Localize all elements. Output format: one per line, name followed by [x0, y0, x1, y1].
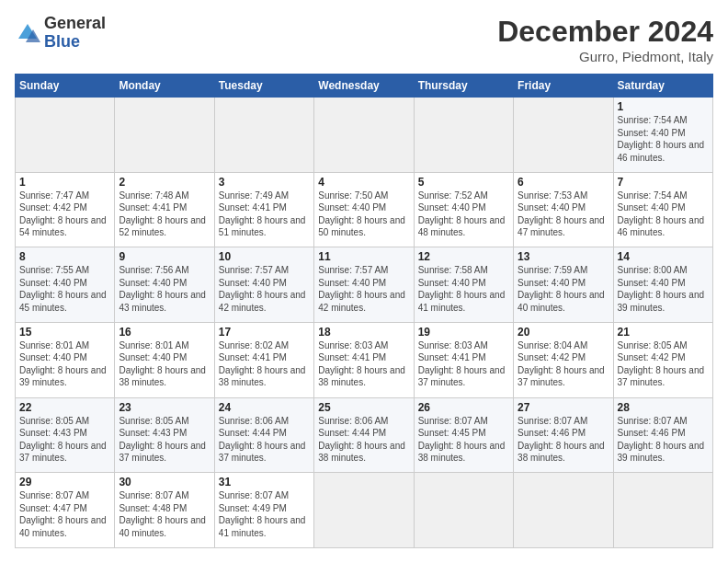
calendar-header-wednesday: Wednesday — [314, 75, 414, 98]
day-number: 29 — [19, 476, 110, 488]
calendar-week-4: 22Sunrise: 8:05 AMSunset: 4:43 PMDayligh… — [16, 397, 713, 473]
sunset-text: Sunset: 4:40 PM — [318, 202, 386, 213]
day-number: 18 — [318, 326, 409, 339]
day-number: 22 — [19, 401, 110, 414]
day-info: Sunrise: 8:01 AMSunset: 4:40 PMDaylight:… — [119, 339, 210, 389]
day-info: Sunrise: 8:06 AMSunset: 4:44 PMDaylight:… — [318, 415, 409, 465]
day-number: 14 — [618, 250, 709, 263]
daylight-text: Daylight: 8 hours and 37 minutes. — [518, 365, 605, 388]
day-info: Sunrise: 8:07 AMSunset: 4:46 PMDaylight:… — [618, 415, 709, 465]
day-info: Sunrise: 7:58 AMSunset: 4:40 PMDaylight:… — [418, 264, 509, 314]
day-info: Sunrise: 8:07 AMSunset: 4:45 PMDaylight:… — [418, 415, 509, 465]
daylight-text: Daylight: 8 hours and 37 minutes. — [418, 365, 506, 388]
calendar-cell — [314, 98, 414, 173]
calendar-cell: 19Sunrise: 8:03 AMSunset: 4:41 PMDayligh… — [414, 322, 513, 397]
sunrise-text: Sunrise: 7:59 AM — [518, 265, 587, 275]
calendar-week-1: 1Sunrise: 7:47 AMSunset: 4:42 PMDaylight… — [16, 172, 713, 247]
daylight-text: Daylight: 8 hours and 41 minutes. — [418, 290, 506, 313]
calendar-cell: 4Sunrise: 7:50 AMSunset: 4:40 PMDaylight… — [314, 172, 414, 247]
sunrise-text: Sunrise: 8:00 AM — [618, 265, 688, 275]
day-info: Sunrise: 7:49 AMSunset: 4:41 PMDaylight:… — [219, 190, 310, 239]
calendar-header-friday: Friday — [514, 75, 613, 98]
daylight-text: Daylight: 8 hours and 37 minutes. — [119, 441, 206, 464]
sunset-text: Sunset: 4:40 PM — [219, 278, 287, 288]
sunrise-text: Sunrise: 7:52 AM — [418, 190, 488, 201]
sunset-text: Sunset: 4:40 PM — [119, 352, 187, 362]
calendar-cell: 9Sunrise: 7:56 AMSunset: 4:40 PMDaylight… — [115, 247, 214, 323]
day-number: 4 — [318, 176, 409, 189]
day-number: 1 — [618, 100, 709, 113]
sunset-text: Sunset: 4:40 PM — [19, 352, 87, 362]
day-info: Sunrise: 7:59 AMSunset: 4:40 PMDaylight:… — [518, 264, 609, 314]
day-info: Sunrise: 8:02 AMSunset: 4:41 PMDaylight:… — [219, 339, 310, 389]
sunrise-text: Sunrise: 7:53 AM — [518, 190, 587, 201]
sunrise-text: Sunrise: 8:05 AM — [119, 416, 188, 426]
sunrise-text: Sunrise: 7:54 AM — [618, 190, 688, 201]
sunset-text: Sunset: 4:40 PM — [318, 278, 386, 288]
calendar-cell: 11Sunrise: 7:57 AMSunset: 4:40 PMDayligh… — [314, 247, 414, 323]
day-number: 31 — [219, 476, 310, 488]
sunrise-text: Sunrise: 7:54 AM — [618, 115, 688, 125]
logo-general-text: General — [44, 15, 106, 33]
day-number: 6 — [518, 176, 609, 189]
sunrise-text: Sunrise: 8:07 AM — [19, 490, 89, 500]
sunrise-text: Sunrise: 8:07 AM — [418, 416, 488, 426]
sunrise-text: Sunrise: 7:58 AM — [418, 265, 488, 275]
daylight-text: Daylight: 8 hours and 38 minutes. — [318, 441, 405, 464]
sunrise-text: Sunrise: 8:07 AM — [119, 490, 188, 500]
sunset-text: Sunset: 4:40 PM — [618, 202, 686, 213]
sunrise-text: Sunrise: 8:03 AM — [318, 340, 388, 350]
sunset-text: Sunset: 4:47 PM — [19, 503, 87, 513]
title-block: December 2024 Gurro, Piedmont, Italy — [497, 15, 713, 64]
day-number: 3 — [219, 176, 310, 189]
sunrise-text: Sunrise: 7:47 AM — [19, 190, 89, 201]
calendar-cell — [414, 473, 513, 548]
sunset-text: Sunset: 4:41 PM — [219, 202, 287, 213]
logo: General Blue — [15, 15, 106, 52]
calendar-header-row: SundayMondayTuesdayWednesdayThursdayFrid… — [16, 75, 713, 98]
day-number: 13 — [518, 250, 609, 263]
day-info: Sunrise: 7:48 AMSunset: 4:41 PMDaylight:… — [119, 190, 210, 239]
calendar-cell: 26Sunrise: 8:07 AMSunset: 4:45 PMDayligh… — [414, 397, 513, 473]
sunrise-text: Sunrise: 8:07 AM — [618, 416, 688, 426]
calendar-header-monday: Monday — [115, 75, 214, 98]
daylight-text: Daylight: 8 hours and 37 minutes. — [219, 441, 306, 464]
daylight-text: Daylight: 8 hours and 38 minutes. — [318, 365, 405, 388]
daylight-text: Daylight: 8 hours and 54 minutes. — [19, 215, 107, 238]
header: General Blue December 2024 Gurro, Piedmo… — [15, 15, 713, 64]
logo-icon — [15, 20, 40, 46]
daylight-text: Daylight: 8 hours and 37 minutes. — [618, 365, 705, 388]
sunset-text: Sunset: 4:40 PM — [119, 278, 187, 288]
sunset-text: Sunset: 4:40 PM — [19, 278, 87, 288]
logo-blue-text: Blue — [44, 33, 106, 52]
daylight-text: Daylight: 8 hours and 38 minutes. — [219, 365, 306, 388]
calendar-cell — [514, 473, 613, 548]
sunrise-text: Sunrise: 7:57 AM — [219, 265, 289, 275]
day-number: 1 — [19, 176, 110, 189]
calendar-cell: 1Sunrise: 7:54 AMSunset: 4:40 PMDaylight… — [613, 98, 712, 173]
calendar-cell: 27Sunrise: 8:07 AMSunset: 4:46 PMDayligh… — [514, 397, 613, 473]
sunset-text: Sunset: 4:41 PM — [119, 202, 187, 213]
calendar-cell: 22Sunrise: 8:05 AMSunset: 4:43 PMDayligh… — [16, 397, 115, 473]
calendar-cell: 24Sunrise: 8:06 AMSunset: 4:44 PMDayligh… — [214, 397, 313, 473]
sunset-text: Sunset: 4:41 PM — [219, 352, 287, 362]
calendar-cell: 28Sunrise: 8:07 AMSunset: 4:46 PMDayligh… — [613, 397, 712, 473]
calendar-cell — [613, 473, 712, 548]
sunset-text: Sunset: 4:44 PM — [219, 428, 287, 438]
sunrise-text: Sunrise: 8:05 AM — [618, 340, 688, 350]
sunset-text: Sunset: 4:48 PM — [119, 503, 187, 513]
day-number: 2 — [119, 176, 210, 189]
sunset-text: Sunset: 4:45 PM — [418, 428, 486, 438]
daylight-text: Daylight: 8 hours and 48 minutes. — [418, 215, 506, 238]
day-number: 17 — [219, 326, 310, 339]
daylight-text: Daylight: 8 hours and 37 minutes. — [19, 441, 107, 464]
sunrise-text: Sunrise: 7:57 AM — [318, 265, 388, 275]
calendar-cell: 3Sunrise: 7:49 AMSunset: 4:41 PMDaylight… — [214, 172, 313, 247]
calendar-cell: 14Sunrise: 8:00 AMSunset: 4:40 PMDayligh… — [613, 247, 712, 323]
sunrise-text: Sunrise: 8:01 AM — [19, 340, 89, 350]
day-info: Sunrise: 7:54 AMSunset: 4:40 PMDaylight:… — [618, 114, 709, 164]
daylight-text: Daylight: 8 hours and 40 minutes. — [119, 515, 206, 538]
day-number: 12 — [418, 250, 509, 263]
sunset-text: Sunset: 4:42 PM — [19, 202, 87, 213]
calendar-cell: 17Sunrise: 8:02 AMSunset: 4:41 PMDayligh… — [214, 322, 313, 397]
